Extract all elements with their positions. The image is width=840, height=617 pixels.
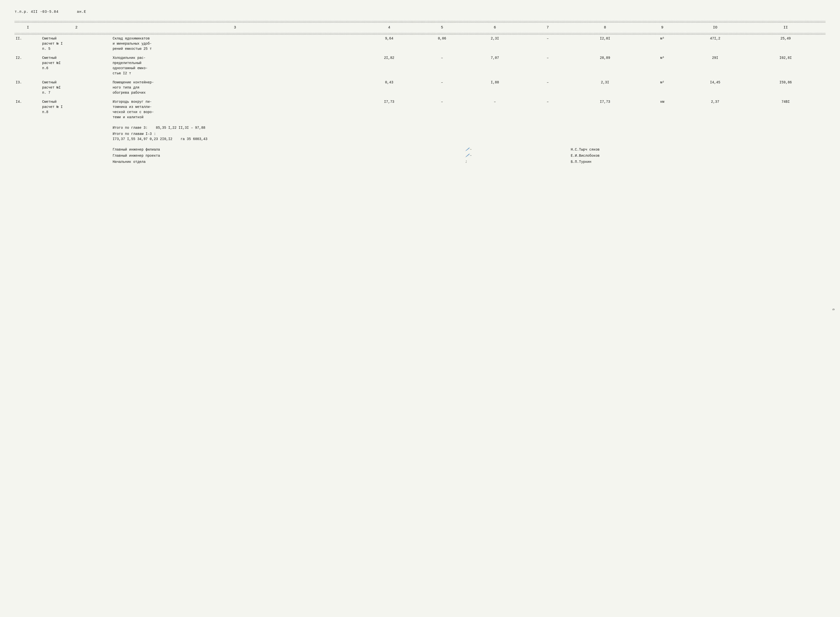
col9-val: км xyxy=(640,99,685,120)
row-num: I2. xyxy=(15,55,41,77)
row-desc: Холодильник рас- пределительный одноэтаж… xyxy=(112,55,358,77)
col-header-5: 5 xyxy=(420,24,464,32)
col-header-3: 3 xyxy=(112,24,358,32)
dept-head-label: Начальник отдела xyxy=(112,160,145,164)
row-num: I4. xyxy=(15,99,41,120)
col5-val: 0,06 xyxy=(420,35,464,52)
table-row: I3. Сметный расчет №I п. 7 Помещение кон… xyxy=(15,80,825,96)
margin-label: 6 xyxy=(831,308,835,311)
col-header-4: 4 xyxy=(358,24,420,32)
col4-val: 0,43 xyxy=(358,80,420,96)
totals-chapters-extra: га 35 6003,43 xyxy=(180,137,207,141)
col11-val: 25,49 xyxy=(746,35,825,52)
row-num: II. xyxy=(15,35,41,52)
signature-row-3: Начальник отдела ⤵ Б.П.Туркин xyxy=(15,159,825,165)
col8-val: I7,73 xyxy=(570,99,640,120)
col11-val: I02,8I xyxy=(746,55,825,77)
totals-chapter3-values: 85,35 I,22 II,3I – 97,88 xyxy=(156,126,205,130)
col-header-7: 7 xyxy=(526,24,570,32)
col6-val: I,88 xyxy=(464,80,526,96)
chief-engineer-branch-label: Главный инженер филиала xyxy=(112,148,160,152)
col7-val: – xyxy=(526,35,570,52)
col10-val: 2,37 xyxy=(684,99,746,120)
sig-scribble-2: 🖊️~ xyxy=(465,154,472,158)
col5-val: – xyxy=(420,99,464,120)
col5-val: – xyxy=(420,55,464,77)
col-header-8: 8 xyxy=(570,24,640,32)
col9-val: м² xyxy=(640,80,685,96)
col4-val: 9,64 xyxy=(358,35,420,52)
header: т.п.р. 4II -03-5.84 ан.Е xyxy=(15,10,825,14)
table-row: I2. Сметный расчет №I п.6 Холодильник ра… xyxy=(15,55,825,77)
col11-val: I59,86 xyxy=(746,80,825,96)
totals-chapters-label: Итого по главам I–3 : xyxy=(112,132,156,136)
col-header-1: I xyxy=(15,24,41,32)
totals-chapters-row: Итого по главам I–3 : I73,37 I,55 34,97 … xyxy=(15,131,825,142)
col9-val: м³ xyxy=(640,55,685,77)
row-desc: Изгородь вокруг пи- томника из металли- … xyxy=(112,99,358,120)
sheet-label: ан.Е xyxy=(77,10,86,14)
col-header-6: 6 xyxy=(464,24,526,32)
col8-val: I2,0I xyxy=(570,35,640,52)
col6-val: 7,07 xyxy=(464,55,526,77)
chief-engineer-project-sig: Е.И.Вислобоков xyxy=(571,154,599,158)
col8-val: 28,89 xyxy=(570,55,640,77)
col8-val: 2,3I xyxy=(570,80,640,96)
col9-val: м³ xyxy=(640,35,685,52)
sig-scribble-3: ⤵ xyxy=(465,160,467,164)
col4-val: I7,73 xyxy=(358,99,420,120)
col-header-11: II xyxy=(746,24,825,32)
totals-chapter3-row: Итого по главе 3: 85,35 I,22 II,3I – 97,… xyxy=(15,125,825,131)
table-row: II. Сметный расчет № I п. 5 Склад ядохим… xyxy=(15,35,825,52)
main-table: I 2 3 4 5 6 7 8 9 IO II xyxy=(15,24,825,32)
row-num: I3. xyxy=(15,80,41,96)
row-type: Сметный расчет № I п.8 xyxy=(41,99,112,120)
doc-ref: т.п.р. 4II -03-5.84 xyxy=(15,10,59,14)
col-header-10: IO xyxy=(684,24,746,32)
col10-val: 29I xyxy=(684,55,746,77)
row-desc: Помещение контейнер- ного типа для обогр… xyxy=(112,80,358,96)
col6-val: – xyxy=(464,99,526,120)
col10-val: 47I,2 xyxy=(684,35,746,52)
main-table-container: I 2 3 4 5 6 7 8 9 IO II xyxy=(15,21,825,165)
totals-chapter3-label: Итого по главе 3: xyxy=(112,126,148,130)
col6-val: 2,3I xyxy=(464,35,526,52)
chief-engineer-project-label: Главный инженер проекта xyxy=(112,154,160,158)
signature-row-1: Главный инженер филиала 🖊️~ Н.С.Тырч сяк… xyxy=(15,147,825,153)
row-type: Сметный расчет №I п.6 xyxy=(41,55,112,77)
col7-val: – xyxy=(526,99,570,120)
table-row: I4. Сметный расчет № I п.8 Изгородь вокр… xyxy=(15,99,825,120)
col-header-2: 2 xyxy=(41,24,112,32)
row-desc: Склад ядохимикатов и минеральных удоб- р… xyxy=(112,35,358,52)
sig-scribble-1: 🖊️~ xyxy=(465,148,472,152)
row-type: Сметный расчет № I п. 5 xyxy=(41,35,112,52)
dept-head-sig: Б.П.Туркин xyxy=(571,160,591,164)
signature-row-2: Главный инженер проекта 🖊️~ Е.И.Вислобок… xyxy=(15,153,825,159)
col5-val: – xyxy=(420,80,464,96)
col-header-9: 9 xyxy=(640,24,685,32)
col7-val: – xyxy=(526,55,570,77)
col11-val: 74BI xyxy=(746,99,825,120)
row-type: Сметный расчет №I п. 7 xyxy=(41,80,112,96)
data-table: II. Сметный расчет № I п. 5 Склад ядохим… xyxy=(15,35,825,165)
chief-engineer-branch-sig: Н.С.Тырч сяков xyxy=(571,148,599,152)
column-headers: I 2 3 4 5 6 7 8 9 IO II xyxy=(15,24,825,32)
col4-val: 2I,82 xyxy=(358,55,420,77)
col10-val: I4,45 xyxy=(684,80,746,96)
col7-val: – xyxy=(526,80,570,96)
totals-chapters-values: I73,37 I,55 34,97 0,23 2I0,I2 xyxy=(112,137,173,141)
